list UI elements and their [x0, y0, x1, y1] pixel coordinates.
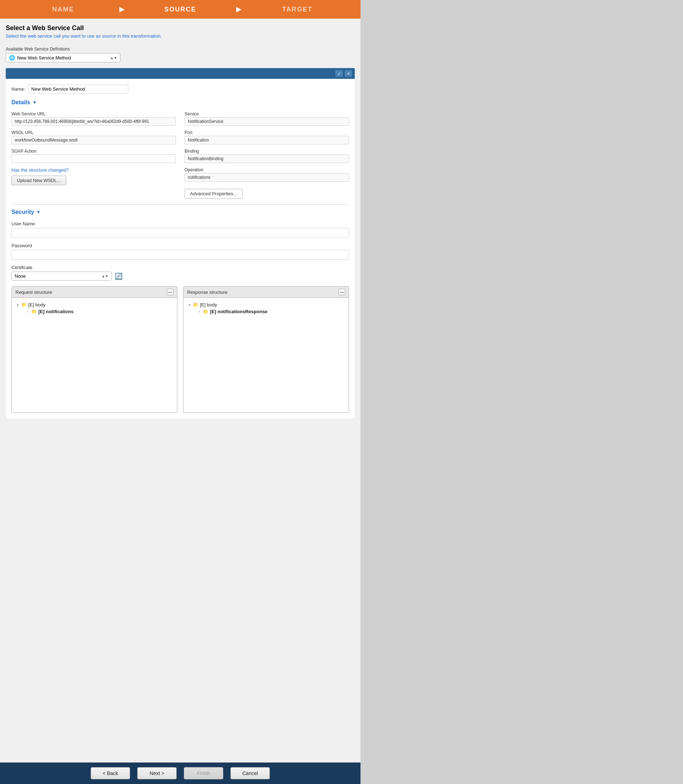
name-row: Name:: [11, 85, 349, 93]
response-minimize-icon: —: [340, 290, 344, 294]
child-expand-icon[interactable]: ›: [26, 309, 30, 314]
wsdl-url-field: WSDL URL workflowOutboundMessage.wsdl: [11, 130, 176, 144]
operation-field: Operation notifications: [184, 167, 349, 182]
panel-header: ⤢ ✕: [6, 68, 355, 79]
username-label: User Name: [11, 221, 349, 226]
panel-close-button[interactable]: ✕: [345, 70, 352, 77]
minimize-icon: —: [168, 290, 172, 294]
username-input[interactable]: [11, 228, 349, 238]
request-root-label: [E] body: [28, 302, 45, 308]
response-child-expand-icon[interactable]: ›: [197, 309, 201, 314]
security-section-header[interactable]: Security ▼: [11, 209, 349, 215]
panel-body: Name: Details ▼ Web Service URL: http://…: [6, 79, 355, 418]
operation-value: notifications: [184, 173, 349, 182]
details-grid: Web Service URL: http://123.456.789.001:…: [11, 111, 349, 199]
back-button[interactable]: < Back: [91, 767, 130, 779]
ws-url-field: Web Service URL: http://123.456.789.001:…: [11, 111, 176, 126]
binding-value: NotificationBinding: [184, 154, 349, 163]
selected-service-text: New Web Service Method: [17, 55, 110, 61]
certificate-value-text: None: [15, 273, 101, 279]
ws-url-label: Web Service URL:: [11, 111, 176, 117]
structure-panels: Request structure — ∨ 📁 [E] body: [11, 286, 349, 413]
username-field: User Name: [11, 221, 349, 238]
page-header: Select a Web Service Call Select the web…: [6, 24, 355, 42]
structure-changed-link[interactable]: Has the structure changed?: [11, 167, 176, 173]
response-child-item: › 📁 [E] notificationsResponse: [197, 308, 345, 315]
available-services-label: Available Web Service Definitions: [6, 46, 355, 51]
main-content: Select a Web Service Call Select the web…: [0, 19, 361, 763]
password-field: Password: [11, 243, 349, 260]
section-divider: [11, 204, 349, 205]
certificate-field: Certificate None ▲▼ 🔄: [11, 265, 349, 281]
response-structure-header: Response structure —: [183, 287, 349, 298]
wsdl-url-label: WSDL URL: [11, 130, 176, 135]
response-structure-body: ∨ 📁 [E] body › 📁 [E] notificat: [183, 298, 349, 412]
service-field: Service NotificationService: [184, 111, 349, 126]
request-child-label: [E] notifications: [38, 309, 74, 314]
port-value: Notification: [184, 136, 349, 144]
request-structure-header: Request structure —: [12, 287, 177, 298]
upload-wsdl-button[interactable]: Upload New WSDL...: [11, 176, 66, 185]
name-input-field[interactable]: [28, 85, 128, 93]
details-section-header[interactable]: Details ▼: [11, 99, 349, 106]
request-tree-root: ∨ 📁 [E] body: [15, 301, 173, 308]
service-value: NotificationService: [184, 117, 349, 126]
close-icon: ✕: [347, 72, 350, 75]
resize-icon: ⤢: [338, 72, 340, 75]
response-child-label: [E] notificationsResponse: [210, 309, 267, 314]
details-label: Details: [11, 99, 30, 106]
dropdown-arrows-icon: ▲▼: [110, 56, 117, 60]
ws-url-value: http://123.456.789.001:46908/jitterbit_w…: [11, 117, 176, 126]
certificate-refresh-button[interactable]: 🔄: [115, 272, 123, 280]
globe-icon: 🌐: [9, 55, 15, 61]
security-dropdown-arrow-icon: ▼: [36, 210, 40, 215]
page-subtitle: Select the web service call you want to …: [6, 33, 355, 39]
nav-step-source: SOURCE: [124, 6, 237, 13]
wsdl-url-value: workflowOutboundMessage.wsdl: [11, 136, 176, 144]
response-root-folder-icon: 📁: [193, 302, 199, 308]
nav-arrow-1: ▶: [119, 5, 124, 13]
child-folder-icon: 📁: [31, 309, 37, 314]
certificate-label: Certificate: [11, 265, 349, 270]
certificate-row: None ▲▼ 🔄: [11, 272, 349, 281]
web-service-detail-panel: ⤢ ✕ Name: Details ▼ Web Service URL: [6, 68, 355, 418]
panel-resize-button[interactable]: ⤢: [335, 70, 343, 77]
request-minimize-button[interactable]: —: [167, 289, 173, 295]
top-navigation: NAME ▶ SOURCE ▶ TARGET: [0, 0, 361, 19]
cancel-button[interactable]: Cancel: [231, 767, 270, 779]
root-folder-icon: 📁: [21, 302, 27, 308]
nav-step-name: NAME: [7, 6, 119, 13]
nav-step-target: TARGET: [241, 6, 353, 13]
bottom-navigation-bar: < Back Next > Finish Cancel: [0, 763, 361, 784]
request-structure-body: ∨ 📁 [E] body › 📁 [E] notificat: [12, 298, 177, 412]
response-structure-panel: Response structure — ∨ 📁 [E] body: [183, 286, 349, 413]
request-tree-child: › 📁 [E] notifications: [26, 308, 173, 315]
response-root-expand-icon[interactable]: ∨: [187, 303, 191, 307]
response-tree-root: ∨ 📁 [E] body: [187, 301, 345, 308]
web-service-dropdown[interactable]: 🌐 New Web Service Method ▲▼: [6, 53, 120, 63]
service-dropdown-row: 🌐 New Web Service Method ▲▼: [6, 53, 355, 63]
details-dropdown-arrow-icon: ▼: [32, 100, 37, 105]
security-section: Security ▼ User Name Password Certificat…: [11, 209, 349, 281]
operation-label: Operation: [184, 167, 349, 172]
nav-arrow-2: ▶: [236, 5, 241, 13]
certificate-dropdown[interactable]: None ▲▼: [11, 272, 112, 281]
port-field: Port Notification: [184, 130, 349, 144]
details-right-column: Service NotificationService Port Notific…: [184, 111, 349, 199]
refresh-icon: 🔄: [115, 273, 123, 280]
response-minimize-button[interactable]: —: [338, 289, 345, 295]
binding-field: Binding NotificationBinding: [184, 149, 349, 163]
service-label: Service: [184, 111, 349, 117]
password-label: Password: [11, 243, 349, 249]
soap-action-label: SOAP Action:: [11, 149, 176, 154]
response-tree-child: › 📁 [E] notificationsResponse: [197, 308, 345, 315]
password-input[interactable]: [11, 250, 349, 260]
response-child-folder-icon: 📁: [203, 309, 208, 314]
response-structure-label: Response structure: [187, 290, 228, 295]
advanced-properties-button[interactable]: Advanced Properties...: [184, 189, 243, 199]
next-button[interactable]: Next >: [137, 767, 177, 779]
root-expand-icon[interactable]: ∨: [15, 303, 20, 307]
soap-action-value: [11, 154, 176, 163]
page-title: Select a Web Service Call: [6, 24, 355, 32]
security-label: Security: [11, 209, 34, 215]
